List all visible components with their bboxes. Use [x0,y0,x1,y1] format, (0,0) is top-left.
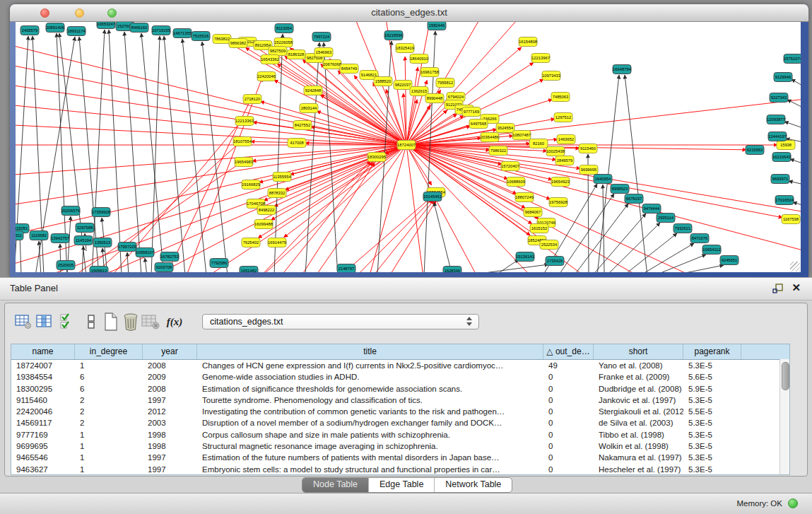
graph-node[interactable]: 1651482 [240,267,258,273]
table-cell[interactable]: Estimation of the future numbers of pati… [197,452,543,463]
table-cell[interactable]: 14569117 [11,417,75,428]
graph-node[interactable]: 9227343 [770,93,788,103]
graph-node[interactable]: 1115682 [30,231,48,240]
graph-node[interactable]: 19756928 [549,198,567,207]
graph-node[interactable]: 8113054 [275,24,293,33]
table-row[interactable]: 1456911722003Disruption of a novel membe… [11,417,789,428]
table-cell[interactable]: 2 [75,406,143,417]
table-cell[interactable]: 2003 [143,417,197,428]
graph-node[interactable]: 12213967 [531,54,550,63]
table-cell[interactable]: 1998 [143,429,197,440]
table-cell[interactable]: 5.3E-5 [683,395,741,406]
tab-network-table[interactable]: Network Table [435,478,512,492]
table-cell[interactable]: Investigating the contribution of common… [197,406,543,417]
table-cell[interactable]: 9699695 [11,440,75,452]
graph-node[interactable]: 6679197 [625,194,643,204]
graph-node[interactable]: 9245651 [720,256,739,265]
scrollbar-thumb[interactable] [782,362,789,390]
graph-node[interactable]: 9777169 [462,107,481,117]
table-cell[interactable]: Dudbridge et al. (2008) [594,383,683,395]
table-cell[interactable]: 9777169 [11,429,75,440]
table-cell[interactable]: 2 [75,417,143,428]
column-header[interactable]: short [594,344,683,359]
graph-node[interactable]: 7515526 [192,32,210,41]
graph-edge[interactable] [145,258,147,272]
graph-edge[interactable] [350,199,432,272]
table-cell[interactable]: 0 [543,395,594,406]
graph-node[interactable]: 8878332 [268,189,286,198]
graph-node[interactable]: 7932621 [673,224,692,233]
function-icon[interactable]: f(x) [165,312,184,332]
table-cell[interactable]: 0 [543,383,594,395]
graph-node[interactable]: 7792586 [210,259,228,268]
graph-node[interactable]: 8454749 [340,64,358,74]
graph-node[interactable]: 18807249 [515,193,534,202]
graph-node[interactable]: 9215953 [746,146,764,155]
table-cell[interactable]: 0 [543,371,594,382]
graph-edge[interactable] [385,201,436,272]
graph-node[interactable]: 10719155 [152,26,170,35]
graph-edge[interactable] [28,145,406,272]
graph-node[interactable]: 22420046 [257,72,276,81]
graph-node[interactable]: 3297588 [76,223,94,233]
graph-edge[interactable] [406,145,481,272]
table-cell[interactable]: 9465546 [11,452,75,463]
graph-node[interactable]: 1463652 [557,135,575,144]
table-cell[interactable]: 2 [75,395,143,406]
table-cell[interactable]: Wolkin et al. (1998) [594,440,683,452]
table-cell[interactable]: Nakamura et al. (1997) [594,452,683,463]
table-cell[interactable]: Yano et al. (2008) [594,360,683,371]
graph-node[interactable]: 10807487 [512,131,531,140]
graph-node[interactable]: 9827509 [269,47,287,56]
graph-node[interactable]: 15938 [777,141,795,150]
column-header[interactable]: △ out_de… [543,344,594,359]
graph-node[interactable]: 8471676 [690,234,709,243]
table-cell[interactable]: 2008 [143,360,197,371]
graph-node[interactable]: 1350513 [93,238,112,247]
table-cell[interactable]: 5.3E-5 [683,464,741,475]
graph-node[interactable]: 17016504 [775,196,794,205]
graph-node[interactable]: 16961758 [420,68,439,77]
graph-node[interactable]: 9699695 [579,165,598,175]
tab-edge-table[interactable]: Edge Table [369,478,435,492]
graph-node[interactable]: 2935114 [657,214,675,223]
table-cell[interactable]: Jankovic et al. (1997) [594,395,683,406]
table-cell[interactable]: 2009 [143,371,197,382]
graph-node[interactable]: 20891406 [46,23,64,33]
graph-edge[interactable] [625,75,647,272]
table-cell[interactable]: 5.5E-5 [683,406,741,417]
table-cell[interactable]: 5.6E-5 [683,371,741,382]
graph-node[interactable]: 18724007 [397,141,416,150]
graph-edge[interactable] [16,124,406,145]
graph-edge[interactable] [790,159,801,165]
graph-node[interactable]: 9129946 [774,73,792,82]
table-cell[interactable]: 0 [543,406,594,417]
graph-edge[interactable] [274,145,406,206]
column-header[interactable]: pagerank [683,344,741,359]
graph-node[interactable]: 18300295 [367,153,386,162]
table-cell[interactable]: 18300295 [11,383,75,395]
graph-node[interactable]: 14671355 [173,29,192,38]
graph-node[interactable]: 10958107 [136,248,154,257]
graph-node[interactable]: 18640910 [410,54,428,64]
graph-edge[interactable] [597,75,619,272]
table-cell[interactable]: 6 [75,371,143,382]
table-cell[interactable]: 0 [543,440,594,452]
graph-node[interactable]: 16210643 [772,153,791,162]
graph-node[interactable]: 20364486 [481,133,499,142]
graph-node[interactable]: 17957225 [118,243,136,252]
table-cell[interactable]: Tourette syndrome. Phenomenology and cla… [197,395,543,406]
graph-node[interactable]: 1588520 [374,77,392,86]
column-chooser-icon[interactable] [35,312,54,332]
graph-node[interactable]: 7863822 [213,35,231,44]
table-cell[interactable]: 1 [75,429,143,440]
table-cell[interactable]: 2012 [143,406,197,417]
graph-node[interactable]: 16782753 [160,252,179,262]
column-header[interactable]: in_degree [75,344,143,359]
table-cell[interactable]: 5.3E-5 [683,417,741,428]
table-cell[interactable]: 5.3E-5 [683,360,741,371]
graph-node[interactable]: 1582446 [428,22,446,30]
table-cell[interactable]: Tibbo et al. (1998) [594,429,683,440]
graph-node[interactable]: 18107554 [233,137,252,146]
graph-node[interactable]: 9822037 [394,81,412,90]
